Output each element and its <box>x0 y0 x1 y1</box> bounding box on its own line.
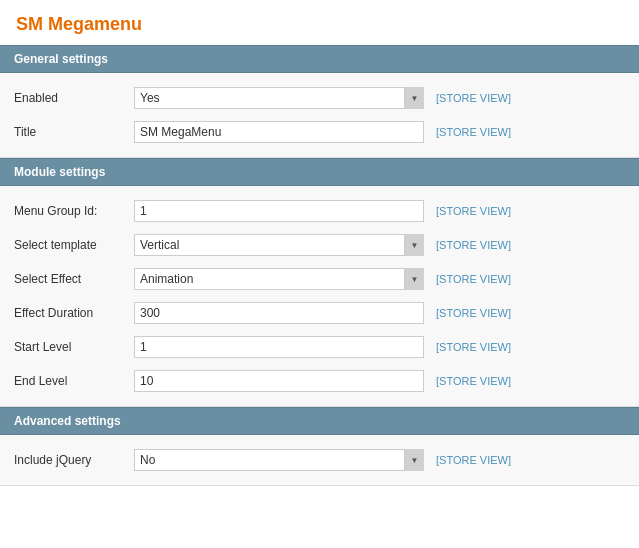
control-wrap-include_jquery: NoYes <box>134 449 424 471</box>
section-body-general: EnabledYesNo[STORE VIEW]Title[STORE VIEW… <box>0 73 639 158</box>
section-header-general: General settings <box>0 45 639 73</box>
input-effect_duration[interactable] <box>134 302 424 324</box>
control-wrap-end_level <box>134 370 424 392</box>
form-row-end_level: End Level[STORE VIEW] <box>0 364 639 398</box>
control-wrap-enabled: YesNo <box>134 87 424 109</box>
form-row-menu_group_id: Menu Group Id:[STORE VIEW] <box>0 194 639 228</box>
section-header-module: Module settings <box>0 158 639 186</box>
control-wrap-effect_duration <box>134 302 424 324</box>
form-row-enabled: EnabledYesNo[STORE VIEW] <box>0 81 639 115</box>
control-wrap-start_level <box>134 336 424 358</box>
input-menu_group_id[interactable] <box>134 200 424 222</box>
store-view-link-select_template[interactable]: [STORE VIEW] <box>436 239 511 251</box>
control-wrap-title <box>134 121 424 143</box>
page-title: SM Megamenu <box>0 0 639 45</box>
section-advanced: Advanced settingsInclude jQueryNoYes[STO… <box>0 407 639 486</box>
label-select_effect: Select Effect <box>14 272 134 286</box>
select-include_jquery[interactable]: NoYes <box>134 449 424 471</box>
form-row-select_template: Select templateVerticalHorizontal[STORE … <box>0 228 639 262</box>
label-start_level: Start Level <box>14 340 134 354</box>
section-general: General settingsEnabledYesNo[STORE VIEW]… <box>0 45 639 158</box>
select-wrap-select_template: VerticalHorizontal <box>134 234 424 256</box>
form-row-effect_duration: Effect Duration[STORE VIEW] <box>0 296 639 330</box>
store-view-link-title[interactable]: [STORE VIEW] <box>436 126 511 138</box>
form-row-start_level: Start Level[STORE VIEW] <box>0 330 639 364</box>
input-title[interactable] <box>134 121 424 143</box>
form-row-select_effect: Select EffectAnimationNoneSlide[STORE VI… <box>0 262 639 296</box>
store-view-link-start_level[interactable]: [STORE VIEW] <box>436 341 511 353</box>
section-module: Module settingsMenu Group Id:[STORE VIEW… <box>0 158 639 407</box>
label-select_template: Select template <box>14 238 134 252</box>
control-wrap-menu_group_id <box>134 200 424 222</box>
select-wrap-enabled: YesNo <box>134 87 424 109</box>
label-include_jquery: Include jQuery <box>14 453 134 467</box>
store-view-link-effect_duration[interactable]: [STORE VIEW] <box>436 307 511 319</box>
store-view-link-select_effect[interactable]: [STORE VIEW] <box>436 273 511 285</box>
select-wrap-include_jquery: NoYes <box>134 449 424 471</box>
form-row-title: Title[STORE VIEW] <box>0 115 639 149</box>
store-view-link-end_level[interactable]: [STORE VIEW] <box>436 375 511 387</box>
input-start_level[interactable] <box>134 336 424 358</box>
select-enabled[interactable]: YesNo <box>134 87 424 109</box>
store-view-link-include_jquery[interactable]: [STORE VIEW] <box>436 454 511 466</box>
select-select_template[interactable]: VerticalHorizontal <box>134 234 424 256</box>
label-end_level: End Level <box>14 374 134 388</box>
input-end_level[interactable] <box>134 370 424 392</box>
label-menu_group_id: Menu Group Id: <box>14 204 134 218</box>
control-wrap-select_effect: AnimationNoneSlide <box>134 268 424 290</box>
select-select_effect[interactable]: AnimationNoneSlide <box>134 268 424 290</box>
form-row-include_jquery: Include jQueryNoYes[STORE VIEW] <box>0 443 639 477</box>
label-title: Title <box>14 125 134 139</box>
section-body-advanced: Include jQueryNoYes[STORE VIEW] <box>0 435 639 486</box>
label-effect_duration: Effect Duration <box>14 306 134 320</box>
label-enabled: Enabled <box>14 91 134 105</box>
store-view-link-menu_group_id[interactable]: [STORE VIEW] <box>436 205 511 217</box>
control-wrap-select_template: VerticalHorizontal <box>134 234 424 256</box>
section-header-advanced: Advanced settings <box>0 407 639 435</box>
store-view-link-enabled[interactable]: [STORE VIEW] <box>436 92 511 104</box>
select-wrap-select_effect: AnimationNoneSlide <box>134 268 424 290</box>
section-body-module: Menu Group Id:[STORE VIEW]Select templat… <box>0 186 639 407</box>
